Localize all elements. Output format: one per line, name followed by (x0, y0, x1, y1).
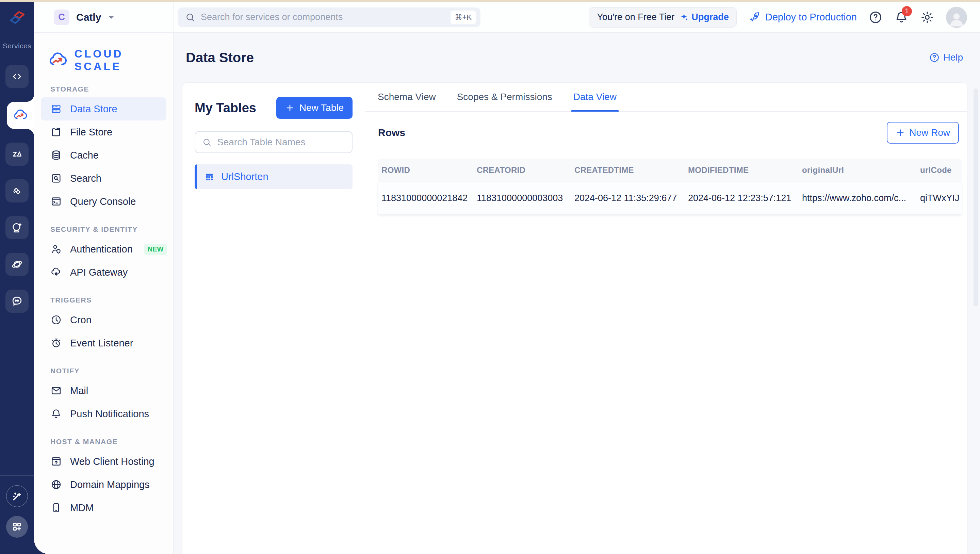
data-store-icon (50, 103, 62, 115)
rail-chat-icon[interactable] (5, 290, 29, 313)
search-square-icon (50, 172, 62, 184)
cell-modifiedtime: 2024-06-12 12:23:57:121 (685, 193, 799, 204)
file-store-icon (50, 126, 62, 138)
cell-createdtime: 2024-06-12 11:35:29:677 (571, 193, 685, 204)
table-search-input[interactable] (217, 137, 345, 148)
cell-originalurl: https://www.zoho.com/c... (799, 193, 917, 204)
main-content: Data Store Help My Tables New Table (173, 33, 980, 554)
tab-scopes-permissions[interactable]: Scopes & Permissions (457, 83, 552, 111)
new-row-button[interactable]: New Row (887, 122, 959, 143)
magic-wand-icon[interactable] (6, 485, 28, 507)
column-header-modifiedtime: MODIFIEDTIME (685, 166, 799, 175)
new-table-button[interactable]: New Table (276, 97, 353, 119)
project-avatar: C (54, 10, 69, 25)
project-name: Catly (76, 11, 101, 23)
rail-cloud-scale-icon[interactable] (7, 102, 34, 129)
cache-icon (50, 150, 62, 161)
column-header-creatorid: CREATORID (473, 166, 571, 175)
tab-data-view[interactable]: Data View (573, 83, 617, 111)
rail-bottom-divider (0, 475, 34, 476)
user-avatar[interactable] (946, 7, 967, 28)
service-rail: Services (0, 2, 34, 554)
gear-icon[interactable] (920, 10, 934, 24)
rail-code-icon[interactable] (5, 65, 29, 88)
cell-creatorid: 11831000000003003 (473, 193, 571, 204)
topbar: C Catly ⌘+K You're on Free Tier Upgrade (34, 2, 980, 33)
free-tier-pill: You're on Free Tier Upgrade (589, 7, 737, 27)
sidebar-item-api-gateway[interactable]: API Gateway (41, 261, 166, 284)
tab-schema-view[interactable]: Schema View (378, 83, 436, 111)
table-search[interactable] (195, 131, 353, 153)
sidebar-item-domain-mappings[interactable]: Domain Mappings (41, 473, 166, 496)
project-switcher[interactable]: C Catly (34, 2, 173, 32)
sidebar-item-event-listener[interactable]: Event Listener (41, 331, 166, 355)
notifications-bell-icon[interactable]: 1 (894, 10, 908, 24)
sidebar-item-cache[interactable]: Cache (41, 143, 166, 167)
chevron-down-icon (108, 15, 115, 20)
cell-rowid: 11831000000021842 (378, 193, 473, 204)
sidebar-item-web-client-hosting[interactable]: Web Client Hosting (41, 450, 166, 473)
sidebar-item-cron[interactable]: Cron (41, 308, 166, 331)
column-header-rowid: ROWID (378, 166, 473, 175)
sidebar-item-mdm[interactable]: MDM (41, 496, 166, 519)
rail-zia-icon[interactable] (5, 143, 29, 166)
plus-icon (285, 103, 295, 113)
mail-icon (50, 385, 62, 396)
push-notifications-bell-icon (50, 408, 62, 420)
rail-crystal-ball-icon[interactable] (5, 216, 29, 239)
services-label: Services (3, 42, 32, 50)
table-header-row: ROWID CREATORID CREATEDTIME MODIFIEDTIME… (378, 159, 962, 182)
view-tabs: Schema View Scopes & Permissions Data Vi… (365, 83, 967, 111)
page-title: Data Store (186, 50, 254, 65)
sidebar: CLOUD SCALE STORAGE Data Store File Stor… (34, 33, 173, 554)
sidebar-item-file-store[interactable]: File Store (41, 121, 166, 143)
api-gateway-icon (50, 266, 62, 278)
sidebar-item-authentication[interactable]: Authentication NEW (41, 237, 166, 261)
upgrade-button[interactable]: Upgrade (679, 12, 729, 22)
section-label-security: SECURITY & IDENTITY (34, 225, 173, 237)
table-row[interactable]: 11831000000021842 11831000000003003 2024… (378, 182, 962, 214)
tables-panel: My Tables New Table UrlSho (182, 83, 365, 554)
sidebar-item-query-console[interactable]: Query Console (41, 190, 166, 213)
zoho-logo-icon (8, 9, 27, 28)
section-label-notify: NOTIFY (34, 367, 173, 379)
help-icon[interactable] (869, 10, 883, 24)
rail-handshake-icon[interactable] (5, 179, 29, 202)
rocket-icon (748, 11, 760, 24)
rail-divider (8, 33, 27, 33)
global-search[interactable]: ⌘+K (178, 8, 480, 27)
help-circle-icon (929, 52, 940, 63)
sparkle-icon (679, 13, 689, 22)
rail-planet-icon[interactable] (5, 253, 29, 276)
sidebar-item-search[interactable]: Search (41, 167, 166, 190)
new-badge: NEW (144, 244, 167, 255)
cloud-scale-logo-icon (48, 50, 68, 71)
section-label-host-manage: HOST & MANAGE (34, 438, 173, 450)
search-icon (202, 137, 212, 147)
brand-name: CLOUD SCALE (75, 48, 173, 73)
search-shortcut: ⌘+K (450, 11, 476, 24)
authentication-icon (50, 243, 62, 255)
section-label-triggers: TRIGGERS (34, 296, 173, 308)
data-store-card: My Tables New Table UrlSho (182, 82, 967, 554)
view-panel: Schema View Scopes & Permissions Data Vi… (365, 83, 967, 554)
mdm-device-icon (50, 502, 62, 514)
domain-mappings-globe-icon (50, 479, 62, 490)
apps-plus-icon[interactable] (6, 516, 28, 538)
table-list-item-urlshorten[interactable]: UrlShorten (195, 164, 353, 189)
sidebar-item-data-store[interactable]: Data Store (41, 97, 166, 121)
sidebar-item-push-notifications[interactable]: Push Notifications (41, 402, 166, 425)
my-tables-title: My Tables (195, 101, 256, 115)
plus-icon (896, 128, 905, 137)
deploy-to-production-button[interactable]: Deploy to Production (748, 11, 857, 24)
rows-title: Rows (378, 127, 405, 138)
sidebar-item-mail[interactable]: Mail (41, 379, 166, 402)
cell-urlcode: qiTWxYIJ (917, 193, 962, 204)
help-link[interactable]: Help (929, 52, 963, 63)
page-scrollbar[interactable] (974, 89, 978, 306)
table-grid-icon (204, 172, 215, 182)
brand: CLOUD SCALE (34, 48, 173, 73)
global-search-input[interactable] (201, 12, 445, 22)
column-header-originalurl: originalUrl (799, 166, 917, 175)
search-icon (185, 12, 195, 22)
